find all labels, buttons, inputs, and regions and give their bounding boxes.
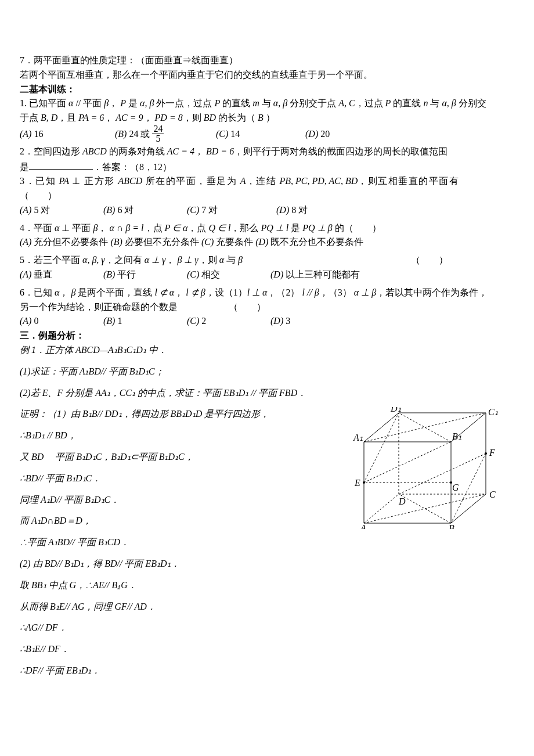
q4-lc: (C) xyxy=(201,237,214,247)
q6-opt-b: (B) 1 xyxy=(103,314,185,329)
q4-ld: (D) xyxy=(255,237,268,247)
q3-vc: 7 对 xyxy=(201,205,218,215)
q6-opt-a: (A) 0 xyxy=(20,314,101,329)
q2-d: ，则平行于两对角线的截面四边形的周长的取值范围 xyxy=(234,146,448,156)
q4-options: (A) 充分但不必要条件 (B) 必要但不充分条件 (C) 充要条件 (D) 既… xyxy=(20,235,518,250)
q6-l2: 另一个作为结论，则正确命题的个数是 xyxy=(20,302,178,312)
q6-line2: 另一个作为结论，则正确命题的个数是 （ ） xyxy=(20,300,518,315)
svg-line-7 xyxy=(364,494,486,523)
q1-la: (A) xyxy=(20,129,31,139)
q4-cap: α ∩ β = l xyxy=(109,223,143,233)
q1-t10: 的直线 xyxy=(391,98,423,108)
q6-options: (A) 0 (B) 1 (C) 2 (D) 3 xyxy=(20,314,518,329)
q1-t3: ， xyxy=(109,98,120,108)
q3-b: ⊥ 正方形 xyxy=(69,176,118,186)
q5-b: ，之间有 xyxy=(105,255,145,265)
q3-opt-c: (C) 7 对 xyxy=(187,203,274,218)
q6-opt-c: (C) 2 xyxy=(187,314,268,329)
q3-vd: 8 对 xyxy=(291,205,308,215)
eq-pa6: PA = 6 xyxy=(78,113,104,123)
q6-paren: （ ） xyxy=(229,302,266,312)
sym-ab: α, β xyxy=(140,98,154,108)
svg-line-12 xyxy=(364,413,399,483)
s7-body: 若两个平面互相垂直，那么在一个平面内垂直于它们的交线的直线垂直于另一个平面。 xyxy=(20,68,518,82)
q1-t4: 是 xyxy=(126,98,140,108)
q1-t2: // 平面 xyxy=(73,98,104,108)
q5-va: 垂直 xyxy=(34,269,52,279)
eq-ac9: AC = 9 xyxy=(116,113,143,123)
q4-g: 是 xyxy=(288,223,302,233)
q6-g: ，（3） xyxy=(319,287,354,297)
q5-opt-b: (B) 平行 xyxy=(103,268,185,282)
q1-t11: 与 xyxy=(428,98,442,108)
q2-b: 的两条对角线 xyxy=(107,146,167,156)
svg-line-8 xyxy=(399,494,451,523)
q4-line1: 4．平面 α ⊥ 平面 β， α ∩ β = l，点 P ∈ α，点 Q ∈ l… xyxy=(20,221,518,236)
q1-opt-c: (C) 14 xyxy=(216,127,303,142)
q6-h: ，若以其中两个作为条件， xyxy=(376,287,488,297)
q5-e: 与 xyxy=(224,255,238,265)
q3-pa: PA xyxy=(59,176,69,186)
lbl-D: D xyxy=(398,496,406,506)
q5-d: ，则 xyxy=(199,255,219,265)
q2-ac4: AC = 4 xyxy=(167,146,194,156)
lbl-C1: C₁ xyxy=(488,407,498,417)
q6-c1: l ⊥ α xyxy=(247,287,268,297)
q6-c3: α ⊥ β xyxy=(354,287,376,297)
frac-den: 5 xyxy=(152,134,164,143)
q4-la: (A) xyxy=(20,237,31,247)
q4-vc: 充要条件 xyxy=(216,237,253,247)
q5-paren: （ ） xyxy=(411,253,448,268)
q2-f: ．答案：（8，12） xyxy=(93,161,172,171)
q1-vb: 24 或 xyxy=(127,129,152,139)
lbl-A: A xyxy=(360,523,366,529)
q6-c: 是两个平面，直线 xyxy=(75,287,154,297)
q5-al: α xyxy=(219,255,224,265)
q4-pin: P ∈ α xyxy=(165,223,188,233)
q6-e: ，设（1） xyxy=(205,287,247,297)
q3-opt-b: (B) 6 对 xyxy=(103,203,185,218)
ex1-pf8: (2) 由 BD// B₁D₁，得 BD// 平面 EB₁D₁． xyxy=(20,557,518,571)
q3-lb: (B) xyxy=(103,205,115,215)
lbl-D1: D₁ xyxy=(390,407,401,413)
q5-be: β xyxy=(238,255,243,265)
q3-A: A xyxy=(240,176,246,186)
q1-l2c: ， xyxy=(104,113,116,123)
q3-vb: 6 对 xyxy=(117,205,134,215)
ex1-pf12: ∴B₁E// DF． xyxy=(20,642,518,657)
q6-vd: 3 xyxy=(286,316,290,326)
q1-l2g: ） xyxy=(264,113,275,123)
q1-ld: (D) xyxy=(305,129,318,139)
lbl-E: E xyxy=(354,478,360,488)
q5-abg: α, β, γ xyxy=(82,255,105,265)
q3-abcd: ABCD xyxy=(118,176,142,186)
q6-f: ，（2） xyxy=(267,287,302,297)
q5-c: ， xyxy=(165,255,177,265)
q5-vc: 相交 xyxy=(201,269,220,279)
q1-line2: 于点 B, D，且 PA = 6， AC = 9， PD = 8，则 BD 的长… xyxy=(20,111,518,125)
q2-e: 是 xyxy=(20,161,29,171)
q1-options: (A) 16 (B) 24 或 245 (C) 14 (D) 20 xyxy=(20,125,518,145)
q3-opt-d: (D) 8 对 xyxy=(276,203,308,218)
q1-t9: ，过点 xyxy=(355,98,385,108)
q3-list: PB, PC, PD, AC, BD xyxy=(280,176,358,186)
q1-l2a: 于点 xyxy=(20,113,41,123)
q4-va: 充分但不必要条件 xyxy=(34,237,108,247)
q4-pql: PQ ⊥ l xyxy=(261,223,288,233)
lbl-B: B xyxy=(449,523,454,529)
q1-l2f: 的长为（ xyxy=(216,113,258,123)
q4-c: ， xyxy=(98,223,109,233)
q6-lc: (C) xyxy=(187,316,199,326)
q5-lb: (B) xyxy=(103,269,115,279)
svg-line-11 xyxy=(364,442,451,483)
lbl-F: F xyxy=(489,448,495,458)
q1-opt-b: (B) 24 或 245 xyxy=(115,125,214,145)
lbl-G: G xyxy=(452,483,459,492)
q4-f: ，那么 xyxy=(230,223,261,233)
ex1-pf13: ∴DF// 平面 EB₁D₁． xyxy=(20,664,518,678)
ex1-head: 例 1．正方体 ABCD—A₁B₁C₁D₁ 中． xyxy=(20,343,518,358)
q5-vd: 以上三种可能都有 xyxy=(286,269,360,279)
q3-la: (A) xyxy=(20,205,31,215)
q5-ag: α ⊥ γ xyxy=(145,255,166,265)
sym-ab2: α, β xyxy=(273,98,287,108)
